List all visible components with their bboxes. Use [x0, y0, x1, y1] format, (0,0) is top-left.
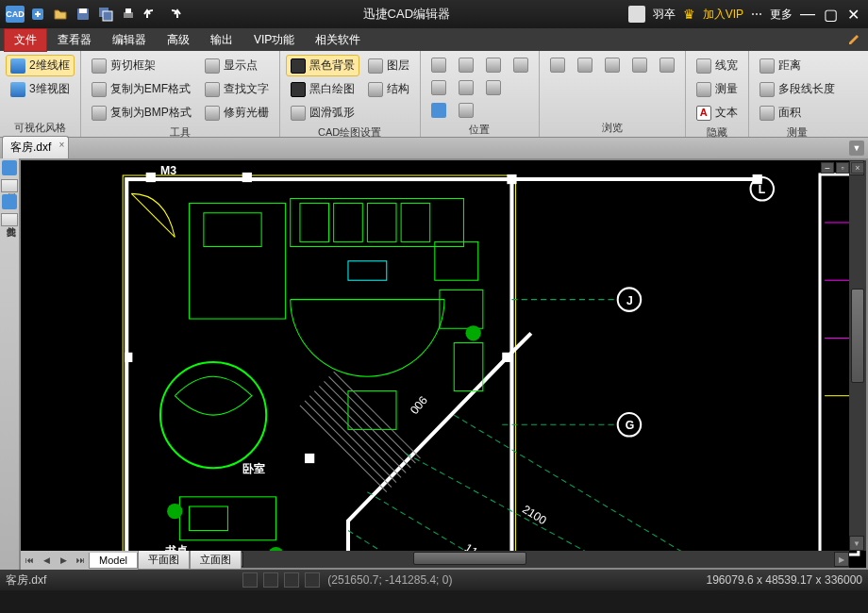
ribbon-edit-icon[interactable]: [847, 31, 862, 49]
btn-copy-emf[interactable]: 复制为EMF格式: [87, 78, 196, 100]
menu-output[interactable]: 输出: [200, 28, 243, 52]
btn-nav-3[interactable]: [600, 55, 625, 75]
side-tab-properties[interactable]: 属性: [1, 179, 18, 192]
btn-bw-draw[interactable]: 黑白绘图: [286, 78, 359, 100]
btn-nav-4[interactable]: [627, 55, 652, 75]
svg-text:J: J: [626, 294, 633, 307]
mdi-close-icon[interactable]: ×: [851, 162, 864, 174]
btn-2d-wireframe[interactable]: 2维线框: [6, 55, 75, 76]
ribbon-group-tools: 剪切框架 复制为EMF格式 复制为BMP格式 显示点 查找文字 修剪光栅 工具: [81, 51, 280, 137]
new-icon[interactable]: [28, 5, 47, 24]
btn-find-text[interactable]: 查找文字: [200, 78, 274, 100]
btn-measure[interactable]: 测量: [692, 78, 743, 100]
tab-nav-last-icon[interactable]: ⏭: [72, 552, 89, 569]
user-avatar-icon[interactable]: [628, 6, 645, 23]
btn-area[interactable]: 面积: [755, 102, 840, 124]
btn-pos-8[interactable]: [426, 100, 451, 121]
minimize-button[interactable]: ―: [796, 3, 819, 25]
document-tab[interactable]: 客房.dxf×: [2, 136, 69, 158]
close-button[interactable]: ✕: [842, 3, 864, 25]
maximize-button[interactable]: ▢: [819, 3, 842, 25]
btn-copy-bmp[interactable]: 复制为BMP格式: [87, 102, 196, 124]
cad-canvas[interactable]: ‒ ▫ ×: [21, 160, 866, 568]
btn-smooth-arc[interactable]: 圆滑弧形: [286, 102, 359, 124]
btn-trim-raster[interactable]: 修剪光栅: [200, 102, 274, 124]
svg-text:L: L: [759, 183, 766, 196]
btn-distance[interactable]: 距离: [755, 55, 840, 76]
horizontal-scrollbar[interactable]: ◀ ▶: [228, 551, 849, 568]
mdi-min-icon[interactable]: ‒: [821, 162, 834, 174]
side-properties-icon[interactable]: [2, 160, 17, 175]
ribbon-group-visual: 2维线框 3维视图 可视化风格: [0, 51, 81, 137]
btn-nav-1[interactable]: [545, 55, 570, 75]
scroll-down-icon[interactable]: ▼: [849, 536, 864, 551]
more-link[interactable]: 更多: [770, 7, 793, 23]
btn-layers[interactable]: 图层: [363, 55, 414, 76]
doc-close-icon[interactable]: ×: [59, 140, 65, 150]
svg-rect-8: [123, 175, 515, 559]
layout-tab-plan[interactable]: 平面图: [138, 551, 190, 570]
btn-show-points[interactable]: 显示点: [200, 55, 274, 76]
doctab-dropdown[interactable]: ▼: [849, 141, 864, 156]
h-scroll-thumb[interactable]: [413, 552, 526, 565]
status-polar-icon[interactable]: [305, 572, 320, 588]
ribbon: 2维线框 3维视图 可视化风格 剪切框架 复制为EMF格式 复制为BMP格式 显…: [0, 51, 868, 138]
layout-tab-model[interactable]: Model: [89, 553, 138, 569]
btn-pos-3[interactable]: [481, 55, 506, 75]
redo-icon[interactable]: [164, 5, 183, 24]
btn-pos-2[interactable]: [454, 55, 478, 75]
btn-text[interactable]: 文本: [692, 102, 743, 124]
tab-nav-prev-icon[interactable]: ◀: [38, 552, 55, 569]
print-icon[interactable]: [119, 5, 138, 24]
undo-icon[interactable]: [142, 5, 160, 24]
v-scroll-thumb[interactable]: [851, 289, 864, 383]
join-vip-link[interactable]: 加入VIP: [703, 7, 743, 23]
scroll-right-icon[interactable]: ▶: [834, 552, 849, 567]
btn-3d-view[interactable]: 3维视图: [6, 78, 75, 100]
status-grid-icon[interactable]: [263, 572, 278, 588]
svg-rect-51: [507, 174, 516, 184]
btn-pos-5[interactable]: [426, 77, 451, 98]
btn-linewidth[interactable]: 线宽: [692, 55, 743, 76]
menu-file[interactable]: 文件: [4, 28, 47, 52]
status-bar: 客房.dxf (251650.7; -141285.4; 0) 196079.6…: [0, 570, 868, 590]
btn-pos-9[interactable]: [454, 100, 478, 121]
title-bar: CAD 迅捷CAD编辑器 羽卒 ♛ 加入VIP ⋯ 更多 ― ▢ ✕: [0, 0, 868, 28]
tab-nav-next-icon[interactable]: ▶: [55, 552, 72, 569]
open-icon[interactable]: [51, 5, 70, 24]
vertical-scrollbar[interactable]: ▲ ▼: [849, 160, 866, 551]
menu-vip[interactable]: VIP功能: [243, 28, 305, 52]
layout-tab-elevation[interactable]: 立面图: [190, 551, 242, 570]
btn-pos-1[interactable]: [426, 55, 451, 75]
menu-related[interactable]: 相关软件: [305, 28, 371, 52]
more-dots-icon: ⋯: [751, 8, 762, 21]
btn-nav-2[interactable]: [573, 55, 597, 75]
status-snap-icon[interactable]: [242, 572, 258, 588]
tab-nav-first-icon[interactable]: ⏮: [21, 552, 38, 569]
btn-pos-7[interactable]: [481, 77, 506, 98]
side-tab-bar: 属性 我的文件: [0, 158, 19, 570]
app-icon[interactable]: CAD: [6, 5, 25, 24]
menu-editor[interactable]: 编辑器: [102, 28, 157, 52]
layout-tab-bar: ⏮ ◀ ▶ ⏭ Model 平面图 立面图: [21, 551, 242, 570]
btn-polyline-len[interactable]: 多段线长度: [755, 78, 840, 100]
saveas-icon[interactable]: [96, 5, 115, 24]
btn-pos-6[interactable]: [454, 77, 478, 98]
btn-nav-5[interactable]: [655, 55, 679, 75]
status-ortho-icon[interactable]: [284, 572, 299, 588]
btn-black-bg[interactable]: 黑色背景: [286, 55, 359, 76]
username[interactable]: 羽卒: [653, 7, 676, 23]
workspace: 属性 我的文件 ‒ ▫ ×: [0, 158, 868, 570]
mdi-max-icon[interactable]: ▫: [836, 162, 849, 174]
svg-rect-12: [204, 213, 261, 247]
svg-line-37: [329, 376, 416, 463]
btn-pos-4[interactable]: [509, 55, 533, 75]
menu-advanced[interactable]: 高级: [157, 28, 200, 52]
btn-structure[interactable]: 结构: [363, 78, 414, 100]
save-icon[interactable]: [74, 5, 92, 24]
document-tab-bar: 客房.dxf× ▼: [0, 138, 868, 158]
side-files-icon[interactable]: [2, 194, 17, 209]
btn-clip-frame[interactable]: 剪切框架: [87, 55, 196, 76]
side-tab-files[interactable]: 我的文件: [1, 213, 18, 226]
menu-viewer[interactable]: 查看器: [47, 28, 102, 52]
